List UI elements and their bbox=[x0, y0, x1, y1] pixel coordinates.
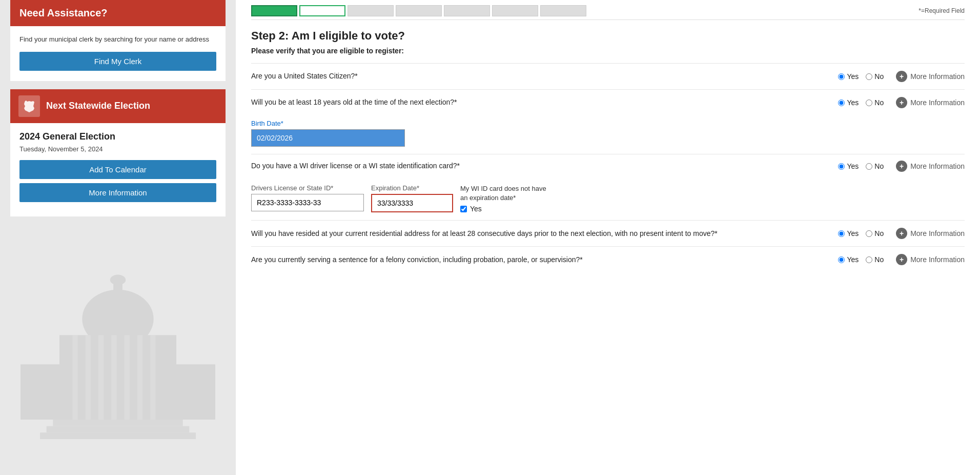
age18-radio-group: Yes No bbox=[838, 98, 884, 107]
svg-rect-15 bbox=[40, 433, 196, 440]
felony-yes-radio[interactable] bbox=[838, 256, 845, 263]
age18-more-info-icon: + bbox=[896, 97, 907, 108]
driver-license-question-text: Do you have a WI driver license or a WI … bbox=[251, 161, 833, 171]
sidebar-content: Need Assistance? Find your municipal cle… bbox=[0, 0, 236, 216]
find-my-clerk-button[interactable]: Find My Clerk bbox=[19, 52, 216, 71]
no-expiry-checkbox-label[interactable]: Yes bbox=[460, 205, 553, 213]
felony-no-label[interactable]: No bbox=[866, 255, 884, 264]
progress-bar-area: *=Required Field bbox=[251, 0, 965, 20]
felony-no-radio[interactable] bbox=[866, 256, 872, 263]
age18-yes-radio[interactable] bbox=[838, 100, 845, 106]
no-expiry-text: My WI ID card does not have an expiratio… bbox=[460, 184, 553, 203]
svg-rect-13 bbox=[53, 420, 182, 426]
age18-no-label[interactable]: No bbox=[866, 98, 884, 107]
felony-question-row: Are you currently serving a sentence for… bbox=[251, 246, 965, 272]
age18-yes-label[interactable]: Yes bbox=[838, 98, 859, 107]
required-field-note: *=Required Field bbox=[918, 7, 965, 14]
need-assistance-description: Find your municipal clerk by searching f… bbox=[19, 34, 216, 45]
no-expiry-yes-text: Yes bbox=[470, 205, 482, 213]
dl-no-radio[interactable] bbox=[866, 163, 872, 170]
citizen-no-label[interactable]: No bbox=[866, 72, 884, 81]
election-date: Tuesday, November 5, 2024 bbox=[19, 145, 216, 153]
progress-step-7-gray bbox=[540, 5, 586, 16]
driver-license-question-row: Do you have a WI driver license or a WI … bbox=[251, 161, 965, 179]
age18-question-text: Will you be at least 18 years old at the… bbox=[251, 97, 833, 108]
felony-no-text: No bbox=[874, 255, 884, 264]
dl-more-info-icon: + bbox=[896, 161, 907, 172]
residence-more-info-label: More Information bbox=[910, 229, 965, 237]
felony-yes-label[interactable]: Yes bbox=[838, 255, 859, 264]
age18-no-text: No bbox=[874, 98, 884, 107]
residence-yes-label[interactable]: Yes bbox=[838, 229, 859, 237]
exp-date-input[interactable] bbox=[371, 194, 453, 212]
citizen-more-info-icon: + bbox=[896, 71, 907, 82]
age18-no-radio[interactable] bbox=[866, 100, 872, 106]
dl-more-info-button[interactable]: + More Information bbox=[896, 161, 965, 172]
residence-more-info-button[interactable]: + More Information bbox=[896, 228, 965, 239]
election-more-info-button[interactable]: More Information bbox=[19, 183, 216, 202]
election-name: 2024 General Election bbox=[19, 131, 216, 142]
dl-yes-text: Yes bbox=[847, 162, 859, 170]
age18-question-row: Will you be at least 18 years old at the… bbox=[251, 89, 965, 115]
citizen-yes-label[interactable]: Yes bbox=[838, 72, 859, 81]
residence-no-label[interactable]: No bbox=[866, 229, 884, 237]
wi-state-icon bbox=[22, 99, 36, 113]
residence-question-text: Will you have resided at your current re… bbox=[251, 229, 833, 239]
birth-date-section: Birth Date* bbox=[251, 115, 965, 154]
svg-rect-12 bbox=[150, 335, 155, 420]
age18-more-info-label: More Information bbox=[910, 98, 965, 107]
citizen-no-text: No bbox=[874, 72, 884, 81]
citizen-more-info-button[interactable]: + More Information bbox=[896, 71, 965, 82]
need-assistance-card-header: Need Assistance? bbox=[10, 0, 226, 26]
svg-rect-8 bbox=[98, 335, 104, 420]
next-election-header-title: Next Statewide Election bbox=[46, 100, 150, 112]
svg-rect-7 bbox=[86, 335, 91, 420]
felony-more-info-button[interactable]: + More Information bbox=[896, 254, 965, 265]
need-assistance-title: Need Assistance? bbox=[19, 7, 216, 19]
citizen-no-radio[interactable] bbox=[866, 73, 872, 80]
age18-more-info-button[interactable]: + More Information bbox=[896, 97, 965, 108]
felony-question-text: Are you currently serving a sentence for… bbox=[251, 255, 833, 265]
dl-yes-label[interactable]: Yes bbox=[838, 162, 859, 170]
next-election-card: Next Statewide Election 2024 General Ele… bbox=[10, 89, 226, 216]
citizen-question-text: Are you a United States Citizen?* bbox=[251, 71, 833, 82]
dl-no-label[interactable]: No bbox=[866, 162, 884, 170]
dl-number-input[interactable] bbox=[251, 194, 364, 211]
next-election-header: Next Statewide Election bbox=[10, 89, 226, 123]
felony-yes-text: Yes bbox=[847, 255, 859, 264]
next-election-body: 2024 General Election Tuesday, November … bbox=[10, 123, 226, 216]
svg-rect-6 bbox=[72, 335, 77, 420]
step-heading: Step 2: Am I eligible to vote? bbox=[251, 29, 965, 43]
citizen-more-info-label: More Information bbox=[910, 72, 965, 81]
citizen-yes-text: Yes bbox=[847, 72, 859, 81]
no-expiry-checkbox[interactable] bbox=[460, 206, 467, 212]
svg-rect-11 bbox=[137, 335, 142, 420]
progress-step-6-gray bbox=[492, 5, 538, 16]
progress-step-1-filled bbox=[251, 5, 297, 16]
residence-yes-radio[interactable] bbox=[838, 230, 845, 237]
residence-no-radio[interactable] bbox=[866, 230, 872, 237]
add-to-calendar-button[interactable]: Add To Calendar bbox=[19, 160, 216, 179]
progress-step-4-gray bbox=[396, 5, 442, 16]
citizen-yes-radio[interactable] bbox=[838, 73, 845, 80]
progress-step-3-gray bbox=[348, 5, 394, 16]
no-expiry-group: My WI ID card does not have an expiratio… bbox=[460, 184, 553, 213]
svg-rect-14 bbox=[47, 426, 190, 433]
dl-yes-radio[interactable] bbox=[838, 163, 845, 170]
felony-radio-group: Yes No bbox=[838, 255, 884, 264]
age18-yes-text: Yes bbox=[847, 98, 859, 107]
driver-license-section: Do you have a WI driver license or a WI … bbox=[251, 154, 965, 220]
svg-rect-9 bbox=[111, 335, 116, 420]
birth-date-input[interactable] bbox=[251, 129, 405, 147]
main-content: *=Required Field Step 2: Am I eligible t… bbox=[236, 0, 980, 475]
wisconsin-icon bbox=[18, 95, 40, 117]
residence-more-info-icon: + bbox=[896, 228, 907, 239]
dl-number-label: Drivers License or State ID* bbox=[251, 184, 364, 192]
felony-more-info-icon: + bbox=[896, 254, 907, 265]
need-assistance-card-body: Find your municipal clerk by searching f… bbox=[10, 26, 226, 81]
svg-rect-2 bbox=[92, 322, 144, 335]
exp-date-group: Expiration Date* bbox=[371, 184, 453, 212]
birth-date-label: Birth Date* bbox=[251, 120, 965, 127]
residence-yes-text: Yes bbox=[847, 229, 859, 237]
citizen-radio-group: Yes No bbox=[838, 72, 884, 81]
